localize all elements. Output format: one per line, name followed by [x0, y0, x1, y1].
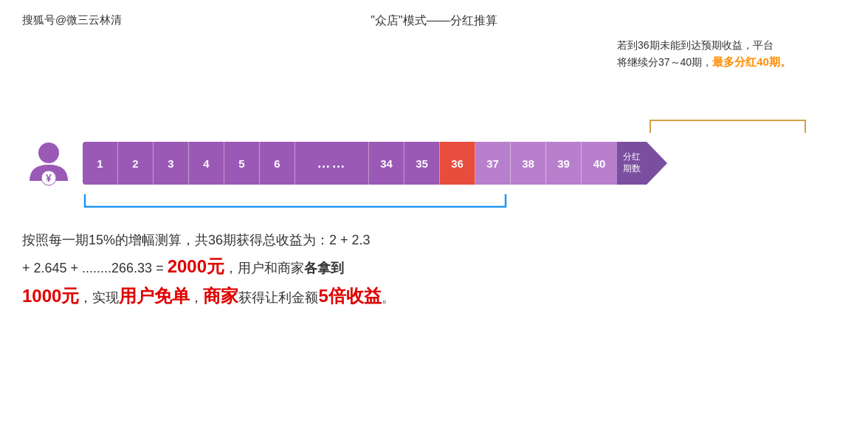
arrow-pointer — [647, 142, 667, 185]
svg-text:¥: ¥ — [46, 172, 52, 184]
desc-line1: 按照每一期15%的增幅测算，共36期获得总收益为：2 + 2.3 — [22, 229, 846, 252]
cell-40: 40 — [582, 142, 617, 185]
amount-2000: 2000元 — [168, 256, 224, 276]
merchant-label: 商家 — [203, 286, 238, 306]
free-order-label: 用户免单 — [119, 286, 190, 306]
timeline-area: ¥ 1 2 3 4 5 6 …… 34 35 36 37 — [22, 137, 853, 190]
cell-38: 38 — [511, 142, 546, 185]
bracket-above-37-40 — [647, 114, 809, 135]
arrow-end: 分红期数 — [617, 142, 667, 185]
note-line1: 若到36期未能到达预期收益，平台 — [617, 39, 774, 51]
five-times-label: 5倍收益 — [318, 286, 381, 306]
cell-2: 2 — [118, 142, 154, 185]
desc-line3: 1000元，实现用户免单，商家获得让利金额5倍收益。 — [22, 281, 846, 312]
each-get-label: 各拿到 — [304, 261, 344, 275]
note-box: 若到36期未能到达预期收益，平台 将继续分37～40期，最多分红40期。 — [617, 37, 846, 71]
page-container: 搜狐号@微三云林清 "众店"模式——分红推算 若到36期未能到达预期收益，平台 … — [0, 0, 868, 432]
cell-35: 35 — [404, 142, 440, 185]
cell-37: 37 — [475, 142, 511, 185]
svg-point-0 — [38, 143, 59, 163]
bottom-bracket — [81, 191, 509, 213]
cell-5: 5 — [224, 142, 260, 185]
amount-1000: 1000元 — [22, 286, 79, 306]
cells-group: 1 2 3 4 5 6 …… 34 35 36 37 38 39 — [83, 142, 617, 185]
cell-34: 34 — [369, 142, 404, 185]
cell-1: 1 — [83, 142, 118, 185]
cell-39: 39 — [546, 142, 582, 185]
note-highlight: 最多分红40期。 — [712, 55, 791, 68]
cell-dots: …… — [295, 142, 369, 185]
cell-3: 3 — [154, 142, 189, 185]
arrow-label: 分红期数 — [617, 142, 647, 185]
cell-36: 36 — [440, 142, 475, 185]
desc-line2: + 2.645 + ........266.33 = 2000元，用户和商家各拿… — [22, 252, 846, 282]
cell-6: 6 — [260, 142, 295, 185]
desc-area: 按照每一期15%的增幅测算，共36期获得总收益为：2 + 2.3 + 2.645… — [22, 229, 846, 312]
brand-text: 搜狐号@微三云林清 — [22, 13, 122, 27]
page-title: "众店"模式——分红推算 — [371, 13, 497, 29]
note-line2: 将继续分37～40期， — [617, 56, 712, 68]
person-icon: ¥ — [22, 137, 75, 190]
cell-4: 4 — [189, 142, 224, 185]
